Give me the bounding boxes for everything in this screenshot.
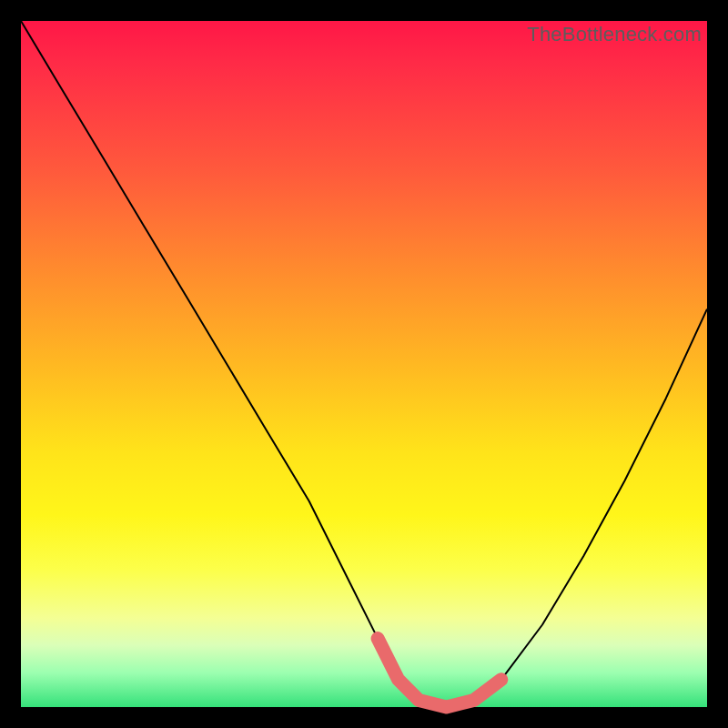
chart-container: TheBottleneck.com xyxy=(0,0,728,728)
optimal-range-highlight xyxy=(378,639,501,707)
curve-svg xyxy=(21,21,707,707)
bottleneck-curve xyxy=(21,21,707,707)
plot-area: TheBottleneck.com xyxy=(21,21,707,707)
